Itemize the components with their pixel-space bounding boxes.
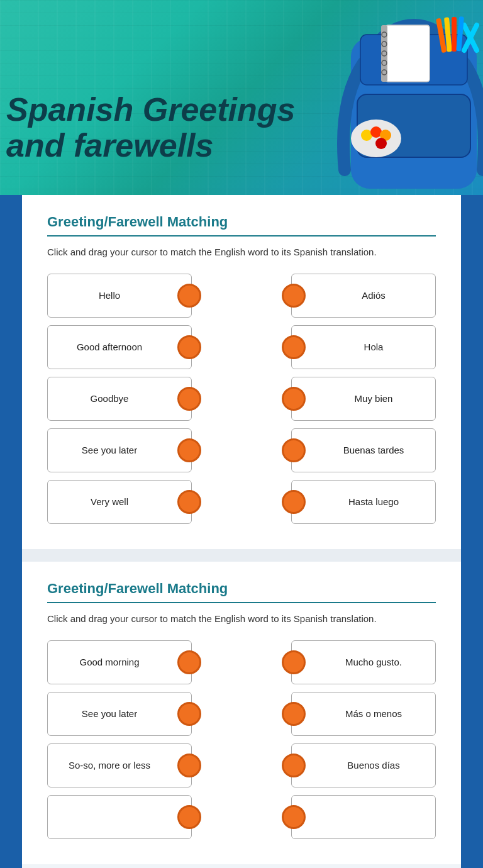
english-item-5[interactable]: Very well <box>47 480 192 524</box>
svg-rect-6 <box>452 17 457 52</box>
spanish-item-1[interactable]: Adiós <box>291 274 436 318</box>
spanish-item-2[interactable]: Hola <box>291 325 436 369</box>
backpack-illustration <box>250 0 483 195</box>
spanish-item-s2-1[interactable]: Mucho gusto. <box>291 640 436 684</box>
connector-dot-s2-2-right[interactable] <box>282 702 306 726</box>
main-content: Greeting/Farewell Matching Click and dra… <box>22 195 461 868</box>
connector-dot-4-left[interactable] <box>177 438 201 462</box>
svg-rect-8 <box>386 25 430 82</box>
english-item-s2-4[interactable] <box>47 795 192 839</box>
connector-dot-s2-2-left[interactable] <box>177 702 201 726</box>
connector-dot-5-left[interactable] <box>177 490 201 514</box>
english-item-s2-1[interactable]: Good morning <box>47 640 192 684</box>
connector-dot-4-right[interactable] <box>282 438 306 462</box>
connector-dot-s2-4-left[interactable] <box>177 805 201 829</box>
english-item-3[interactable]: Goodbye <box>47 377 192 421</box>
english-item-4[interactable]: See you later <box>47 428 192 472</box>
spanish-item-s2-3[interactable]: Buenos días <box>291 743 436 787</box>
connector-dot-3-right[interactable] <box>282 387 306 411</box>
matching-row-s2-1: Good morning Mucho gusto. <box>47 640 436 684</box>
matching-row-s2-4 <box>47 795 436 839</box>
section-1-instructions: Click and drag your cursor to match the … <box>47 245 436 259</box>
matching-row-4: See you later Buenas tardes <box>47 428 436 472</box>
english-item-s2-3[interactable]: So-so, more or less <box>47 743 192 787</box>
connector-dot-s2-1-right[interactable] <box>282 650 306 674</box>
spanish-item-s2-2[interactable]: Más o menos <box>291 692 436 736</box>
matching-row-1: Hello Adiós <box>47 274 436 318</box>
connector-dot-2-left[interactable] <box>177 335 201 359</box>
spanish-item-4[interactable]: Buenas tardes <box>291 428 436 472</box>
english-item-1[interactable]: Hello <box>47 274 192 318</box>
section-1-title: Greeting/Farewell Matching <box>47 214 436 236</box>
matching-row-2: Good afternoon Hola <box>47 325 436 369</box>
connector-dot-s2-3-right[interactable] <box>282 754 306 777</box>
connector-dot-1-left[interactable] <box>177 284 201 308</box>
svg-point-15 <box>351 120 401 157</box>
matching-row-5: Very well Hasta luego <box>47 480 436 524</box>
section-1: Greeting/Farewell Matching Click and dra… <box>22 195 461 549</box>
section-2-instructions: Click and drag your cursor to match the … <box>47 612 436 625</box>
matching-grid-1: Hello Adiós Good afternoon Hola <box>47 274 436 524</box>
svg-point-19 <box>375 138 387 149</box>
section-gap <box>22 549 461 562</box>
spanish-item-5[interactable]: Hasta luego <box>291 480 436 524</box>
matching-row-s2-3: So-so, more or less Buenos días <box>47 743 436 787</box>
connector-dot-s2-1-left[interactable] <box>177 650 201 674</box>
english-item-2[interactable]: Good afternoon <box>47 325 192 369</box>
connector-dot-5-right[interactable] <box>282 490 306 514</box>
section-2-title: Greeting/Farewell Matching <box>47 581 436 603</box>
hero-section: Spanish Greetings and farewells <box>0 0 483 195</box>
matching-row-s2-2: See you later Más o menos <box>47 692 436 736</box>
spanish-item-3[interactable]: Muy bien <box>291 377 436 421</box>
spanish-item-s2-4[interactable] <box>291 795 436 839</box>
matching-row-3: Goodbye Muy bien <box>47 377 436 421</box>
connector-dot-s2-3-left[interactable] <box>177 754 201 777</box>
connector-dot-1-right[interactable] <box>282 284 306 308</box>
section-2: Greeting/Farewell Matching Click and dra… <box>22 562 461 864</box>
english-item-s2-2[interactable]: See you later <box>47 692 192 736</box>
connector-dot-2-right[interactable] <box>282 335 306 359</box>
connector-dot-s2-4-right[interactable] <box>282 805 306 829</box>
connector-dot-3-left[interactable] <box>177 387 201 411</box>
matching-grid-2: Good morning Mucho gusto. See you later … <box>47 640 436 839</box>
